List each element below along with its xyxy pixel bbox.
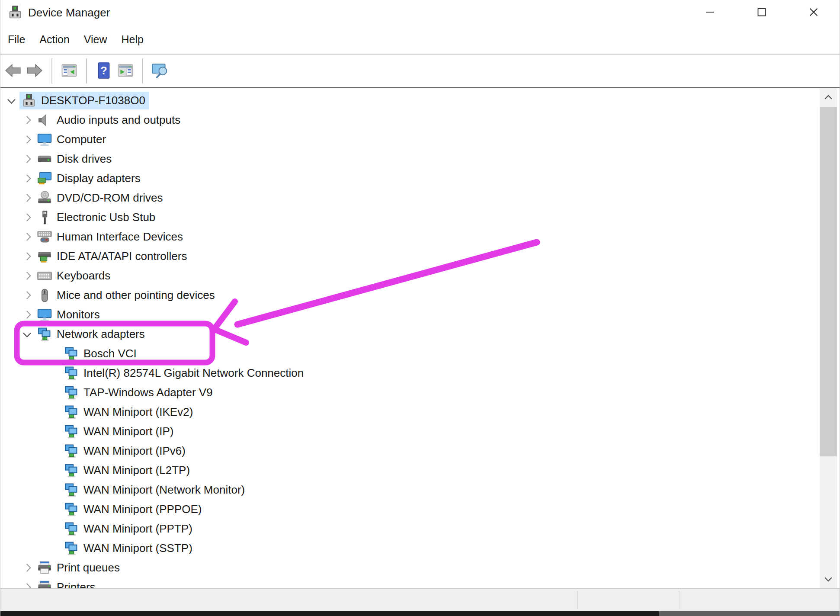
display-adapter-icon bbox=[37, 171, 52, 186]
chevron-down-icon[interactable] bbox=[21, 332, 32, 336]
window-bottom-edge bbox=[0, 611, 840, 616]
mouse-icon bbox=[37, 288, 52, 303]
chevron-right-icon[interactable] bbox=[21, 234, 32, 240]
tree-item-desktop-f1038o0[interactable]: DESKTOP-F1038O0 bbox=[0, 91, 819, 110]
forward-button[interactable] bbox=[24, 59, 45, 83]
tree-item-electronic-usb-stub[interactable]: Electronic Usb Stub bbox=[0, 208, 819, 227]
chevron-right-icon[interactable] bbox=[21, 292, 32, 298]
toolbar-separator bbox=[51, 58, 52, 83]
tree-item-label: IDE ATA/ATAPI controllers bbox=[57, 250, 187, 263]
help-button[interactable]: ? bbox=[93, 59, 115, 83]
tree-item-label: WAN Miniport (IPv6) bbox=[83, 444, 186, 458]
chevron-right-icon[interactable] bbox=[21, 156, 32, 162]
status-bar bbox=[0, 588, 840, 611]
tree-item-label: WAN Miniport (PPPOE) bbox=[83, 503, 202, 516]
window-pane-left-icon bbox=[60, 61, 78, 81]
show-console-tree-button[interactable] bbox=[58, 59, 80, 83]
network-icon bbox=[37, 327, 52, 342]
tree-item-label: WAN Miniport (IP) bbox=[83, 425, 174, 438]
scrollbar-thumb[interactable] bbox=[820, 107, 837, 456]
device-manager-icon bbox=[21, 93, 37, 109]
tree-item-wan-miniport-ipv6[interactable]: WAN Miniport (IPv6) bbox=[0, 441, 819, 461]
monitor-icon bbox=[37, 307, 52, 323]
tree-item-network-adapters[interactable]: Network adapters bbox=[0, 324, 819, 344]
chevron-right-icon[interactable] bbox=[21, 253, 32, 259]
chevron-right-icon[interactable] bbox=[21, 117, 32, 123]
tree-item-label: Network adapters bbox=[57, 327, 145, 341]
scroll-up-button[interactable] bbox=[820, 88, 837, 106]
tree-item-label: Intel(R) 82574L Gigabit Network Connecti… bbox=[83, 366, 304, 380]
toolbar: ? bbox=[0, 54, 840, 88]
tree-item-print-queues[interactable]: Print queues bbox=[0, 558, 819, 578]
tree-item-wan-miniport-sstp[interactable]: WAN Miniport (SSTP) bbox=[0, 539, 819, 558]
tree-item-wan-miniport-pptp[interactable]: WAN Miniport (PPTP) bbox=[0, 519, 819, 539]
tree-item-bosch-vci[interactable]: Bosch VCI bbox=[0, 344, 819, 363]
minimize-button[interactable] bbox=[684, 0, 736, 24]
status-divider bbox=[679, 591, 680, 609]
scan-hardware-changes-button[interactable] bbox=[149, 59, 171, 83]
chevron-right-icon[interactable] bbox=[21, 273, 32, 279]
tree-item-mice-and-other-pointing-devices[interactable]: Mice and other pointing devices bbox=[0, 286, 819, 305]
arrow-right-icon bbox=[26, 61, 44, 81]
help-icon: ? bbox=[95, 61, 113, 81]
tree-item-dvd-cd-rom-drives[interactable]: DVD/CD-ROM drives bbox=[0, 188, 819, 208]
printer-icon bbox=[37, 580, 52, 589]
hid-icon bbox=[37, 229, 52, 245]
tree-item-label: Printers bbox=[57, 581, 96, 588]
monitor-icon bbox=[37, 132, 52, 148]
arrow-left-icon bbox=[4, 61, 22, 81]
window-pane-right-icon bbox=[116, 61, 135, 81]
menu-file[interactable]: File bbox=[8, 33, 25, 46]
printer-icon bbox=[37, 560, 52, 576]
tree-item-label: Bosch VCI bbox=[83, 347, 137, 360]
tree-item-label: DESKTOP-F1038O0 bbox=[41, 94, 145, 107]
tree-item-intel-r-82574l-gigabit-network-connection[interactable]: Intel(R) 82574L Gigabit Network Connecti… bbox=[0, 363, 819, 383]
tree-item-label: Electronic Usb Stub bbox=[57, 211, 155, 224]
tree-item-wan-miniport-l2tp[interactable]: WAN Miniport (L2TP) bbox=[0, 461, 819, 480]
tree-item-keyboards[interactable]: Keyboards bbox=[0, 266, 819, 286]
chevron-right-icon[interactable] bbox=[21, 584, 32, 588]
tree-item-human-interface-devices[interactable]: Human Interface Devices bbox=[0, 227, 819, 247]
chevron-right-icon[interactable] bbox=[21, 215, 32, 220]
window-title: Device Manager bbox=[28, 6, 110, 19]
tree-item-label: WAN Miniport (SSTP) bbox=[83, 542, 192, 555]
chevron-down-icon[interactable] bbox=[6, 99, 17, 103]
vertical-scrollbar[interactable] bbox=[820, 88, 837, 588]
scroll-down-button[interactable] bbox=[820, 570, 837, 588]
menu-action[interactable]: Action bbox=[39, 33, 69, 46]
chevron-right-icon[interactable] bbox=[21, 312, 32, 318]
menu-view[interactable]: View bbox=[84, 33, 107, 46]
tree-item-label: WAN Miniport (Network Monitor) bbox=[83, 483, 245, 497]
tree-item-label: Human Interface Devices bbox=[57, 230, 183, 244]
show-action-pane-button[interactable] bbox=[115, 59, 136, 83]
tree-item-wan-miniport-ikev2[interactable]: WAN Miniport (IKEv2) bbox=[0, 402, 819, 422]
tree-item-ide-ata-atapi-controllers[interactable]: IDE ATA/ATAPI controllers bbox=[0, 247, 819, 266]
tree-item-label: Mice and other pointing devices bbox=[57, 289, 215, 302]
chevron-right-icon[interactable] bbox=[21, 137, 32, 142]
chevron-right-icon[interactable] bbox=[21, 195, 32, 201]
tree-item-audio-inputs-and-outputs[interactable]: Audio inputs and outputs bbox=[0, 110, 819, 130]
network-icon bbox=[64, 366, 79, 381]
content-area: DESKTOP-F1038O0Audio inputs and outputsC… bbox=[0, 88, 840, 588]
tree-item-wan-miniport-network-monitor[interactable]: WAN Miniport (Network Monitor) bbox=[0, 480, 819, 500]
tree-item-label: Disk drives bbox=[57, 152, 112, 166]
close-button[interactable] bbox=[788, 0, 840, 24]
menu-help[interactable]: Help bbox=[122, 33, 144, 46]
back-button[interactable] bbox=[2, 59, 24, 83]
tree-item-label: Display adapters bbox=[57, 172, 141, 185]
tree-item-wan-miniport-pppoe[interactable]: WAN Miniport (PPPOE) bbox=[0, 500, 819, 519]
tree-item-computer[interactable]: Computer bbox=[0, 130, 819, 149]
tree-item-monitors[interactable]: Monitors bbox=[0, 305, 819, 324]
tree-item-printers[interactable]: Printers bbox=[0, 578, 819, 588]
chevron-right-icon[interactable] bbox=[21, 176, 32, 181]
tree-item-display-adapters[interactable]: Display adapters bbox=[0, 169, 819, 188]
chevron-right-icon[interactable] bbox=[21, 565, 32, 571]
dvd-icon bbox=[37, 190, 52, 206]
tree-item-disk-drives[interactable]: Disk drives bbox=[0, 149, 819, 169]
scan-computer-icon bbox=[151, 61, 169, 81]
maximize-button[interactable] bbox=[736, 0, 788, 24]
tree-item-tap-windows-adapter-v9[interactable]: TAP-Windows Adapter V9 bbox=[0, 383, 819, 402]
network-icon bbox=[64, 482, 79, 498]
title-bar: Device Manager bbox=[0, 0, 840, 25]
tree-item-wan-miniport-ip[interactable]: WAN Miniport (IP) bbox=[0, 422, 819, 441]
